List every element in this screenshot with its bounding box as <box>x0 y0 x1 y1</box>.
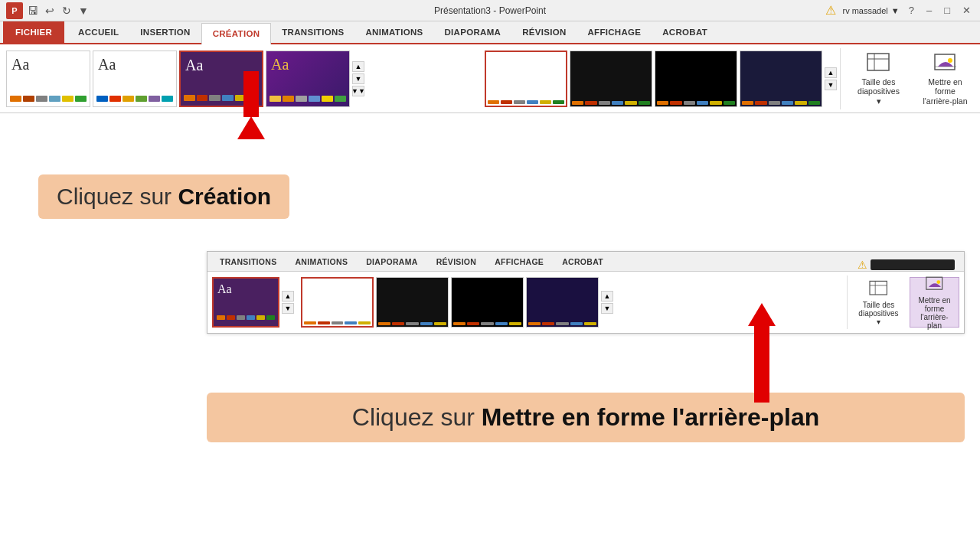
theme-1-label: Aa <box>11 56 29 73</box>
second-variant-2[interactable] <box>376 277 449 328</box>
tab-animations[interactable]: ANIMATIONS <box>355 21 434 43</box>
second-variant-3[interactable] <box>451 277 524 328</box>
tab-fichier[interactable]: FICHIER <box>3 21 64 43</box>
user-dropdown[interactable]: ▼ <box>891 6 900 15</box>
second-tab-acrobat[interactable]: ACROBAT <box>553 253 612 271</box>
taille-icon <box>865 51 893 74</box>
theme-item-2[interactable]: Aa <box>93 51 177 107</box>
second-variant-4[interactable] <box>526 277 599 328</box>
annotation-top: Cliquez sur Création <box>38 174 289 219</box>
second-warning-icon: ⚠ <box>858 259 867 271</box>
taille-label: Taille desdiapositives ▾ <box>856 77 901 106</box>
svg-point-9 <box>936 280 940 284</box>
tab-creation[interactable]: CRÉATION <box>201 23 272 44</box>
help-button[interactable]: ? <box>906 5 917 16</box>
second-taille-button[interactable]: Taille desdiapositives ▾ <box>854 277 903 328</box>
undo-icon[interactable]: ↩ <box>43 4 57 18</box>
mettre-label: Mettre en formel'arrière-plan <box>923 77 968 106</box>
second-theme-label: Aa <box>217 282 232 296</box>
theme-item-4[interactable]: Aa <box>266 51 350 107</box>
annotation-bottom-text: Cliquez sur <box>352 403 482 431</box>
second-tab-animations[interactable]: ANIMATIONS <box>286 253 357 271</box>
second-tabs: TRANSITIONS ANIMATIONS DIAPORAMA RÉVISIO… <box>207 252 964 272</box>
variant-4[interactable] <box>740 51 822 107</box>
arrow-to-mettre <box>754 326 769 403</box>
mettre-button[interactable]: Mettre en formel'arrière-plan <box>916 51 974 107</box>
second-mettre-label: Mettre en formel'arrière-plan <box>915 296 954 330</box>
variant-scroll-down[interactable]: ▼ <box>825 80 837 90</box>
window-title: Présentation3 - PowerPoint <box>434 5 546 16</box>
second-taille-icon <box>867 279 890 299</box>
arrow-shaft-bottom <box>754 326 769 403</box>
second-theme-selected[interactable]: Aa <box>212 277 279 328</box>
annotation-top-bold: Création <box>178 184 271 209</box>
variant-group: ▲ ▼ <box>485 51 837 107</box>
theme-2-bars <box>96 96 173 102</box>
svg-point-4 <box>948 58 952 63</box>
theme-scroll[interactable]: ▲ ▼ ▼▼ <box>352 61 364 96</box>
ribbon-right: Taille desdiapositives ▾ Mettre en forme… <box>840 48 974 109</box>
scroll-up[interactable]: ▲ <box>352 61 364 72</box>
variant-2[interactable] <box>570 51 652 107</box>
customize-icon[interactable]: ▼ <box>77 4 90 18</box>
taille-button[interactable]: Taille desdiapositives ▾ <box>850 51 907 107</box>
theme-item-1[interactable]: Aa <box>6 51 90 107</box>
second-ribbon-content: Aa ▲ ▼ <box>207 272 964 333</box>
theme-3-label: Aa <box>185 57 203 74</box>
theme-4-bars <box>270 96 346 102</box>
title-bar-left: P 🖫 ↩ ↻ ▼ <box>6 2 90 19</box>
variant-3[interactable] <box>655 51 737 107</box>
variant-scroll-up[interactable]: ▲ <box>825 67 837 78</box>
svg-rect-5 <box>870 281 887 295</box>
minimize-button[interactable]: – <box>923 5 935 16</box>
tab-acrobat[interactable]: ACROBAT <box>652 21 718 43</box>
second-tab-diaporama[interactable]: DIAPORAMA <box>357 253 426 271</box>
tab-accueil[interactable]: ACCUEIL <box>67 21 129 43</box>
second-tab-revision[interactable]: RÉVISION <box>427 253 486 271</box>
theme-1-bars <box>10 96 87 102</box>
save-icon[interactable]: 🖫 <box>26 4 40 18</box>
second-taille-label: Taille desdiapositives ▾ <box>858 301 899 326</box>
second-tab-affichage[interactable]: AFFICHAGE <box>485 253 553 271</box>
scroll-down[interactable]: ▼ <box>352 73 364 84</box>
second-ribbon-right: Taille desdiapositives ▾ Mettre en forme… <box>847 276 959 329</box>
user-name: rv massadel <box>842 6 887 15</box>
second-ribbon-section: TRANSITIONS ANIMATIONS DIAPORAMA RÉVISIO… <box>207 251 965 334</box>
arrow-shaft-top <box>243 71 259 117</box>
tab-insertion[interactable]: INSERTION <box>129 21 201 43</box>
user-area: rv massadel ▼ <box>842 6 899 15</box>
second-mettre-button[interactable]: Mettre en formel'arrière-plan <box>910 277 959 328</box>
second-variant-scroll-up[interactable]: ▲ <box>601 291 613 302</box>
ribbon-content: Aa Aa Aa <box>0 44 980 113</box>
second-variant-scroll-down[interactable]: ▼ <box>601 303 613 314</box>
mettre-icon <box>932 51 959 74</box>
main-area: Cliquez sur Création TRANSITIONS ANIMATI… <box>0 113 980 450</box>
redo-icon[interactable]: ↻ <box>60 4 74 18</box>
variant-scroll[interactable]: ▲ ▼ <box>825 67 837 90</box>
second-variant-scroll[interactable]: ▲ ▼ <box>601 291 613 314</box>
second-scroll-up[interactable]: ▲ <box>282 291 294 302</box>
scroll-more[interactable]: ▼▼ <box>352 86 364 96</box>
tab-transitions[interactable]: TRANSITIONS <box>271 21 354 43</box>
maximize-button[interactable]: □ <box>941 5 953 16</box>
theme-4-label: Aa <box>271 56 289 73</box>
tab-affichage[interactable]: AFFICHAGE <box>577 21 652 43</box>
arrow-head-bottom <box>748 303 776 326</box>
user-redacted <box>871 259 955 270</box>
close-button[interactable]: ✕ <box>959 5 974 16</box>
second-theme-scroll[interactable]: ▲ ▼ <box>282 291 294 314</box>
tab-diaporama[interactable]: DIAPORAMA <box>434 21 512 43</box>
second-tab-right: ⚠ <box>851 259 961 271</box>
title-bar-right: ⚠ rv massadel ▼ ? – □ ✕ <box>825 3 974 18</box>
ribbon-tabs: FICHIER ACCUEIL INSERTION CRÉATION TRANS… <box>0 21 980 44</box>
powerpoint-logo: P <box>6 2 23 19</box>
variant-1[interactable] <box>485 51 567 107</box>
second-scroll-down[interactable]: ▼ <box>282 303 294 314</box>
second-variant-1[interactable] <box>301 277 374 328</box>
second-mettre-icon <box>923 275 946 295</box>
annotation-bottom-bold: Mettre en forme l'arrière-plan <box>482 403 820 431</box>
annotation-top-text: Cliquez sur <box>57 184 178 209</box>
tab-revision[interactable]: RÉVISION <box>511 21 577 43</box>
second-tab-transitions[interactable]: TRANSITIONS <box>211 253 286 271</box>
arrow-head-top <box>237 116 265 139</box>
